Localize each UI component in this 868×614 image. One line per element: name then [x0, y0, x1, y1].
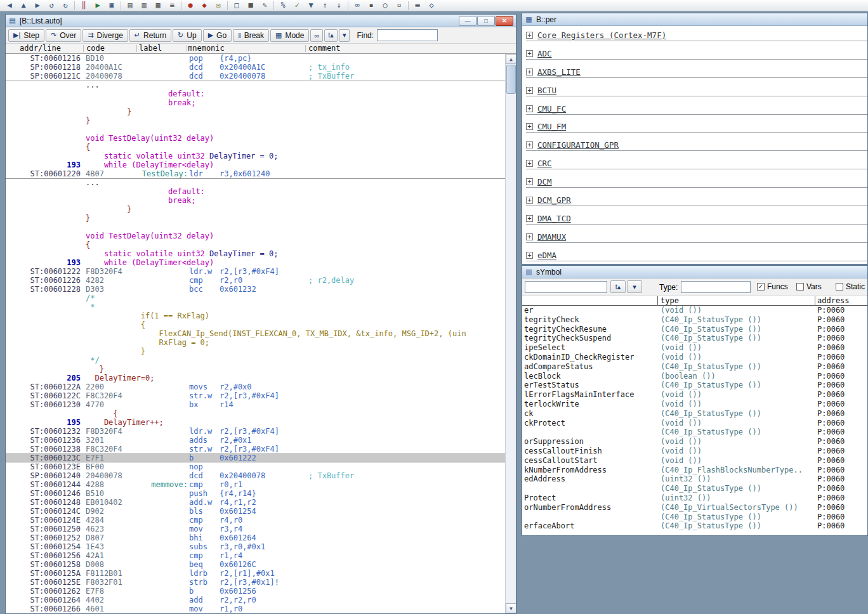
listing-row[interactable]: ST:006012304770bxr14 [6, 400, 505, 409]
per-item-label[interactable]: CMU_FC [537, 104, 566, 114]
symbol-row[interactable]: Protect(uint32 ())P:0060 [522, 493, 867, 503]
menu-icon[interactable]: ≡ [165, 0, 179, 10]
per-item[interactable]: +ADC [522, 45, 867, 63]
checkbox-vars[interactable]: Vars [796, 282, 822, 291]
source-row[interactable]: } [6, 116, 505, 125]
per-item[interactable]: +BCTU [522, 82, 867, 100]
expand-icon[interactable]: + [526, 105, 533, 112]
source-row[interactable]: RxFlag = 0; [6, 338, 505, 347]
listing-row[interactable]: ST:006012444288memmove:cmpr0,r1 [6, 480, 505, 489]
register-icon[interactable]: ▦ [151, 0, 165, 10]
up-icon[interactable]: ▲ [16, 0, 30, 10]
listing-row[interactable]: ST:00601262E7F8b0x601256 [6, 587, 505, 596]
vertical-scrollbar[interactable]: ▲ ▼ [505, 54, 516, 613]
per-item[interactable]: +eDMA [522, 247, 867, 265]
symbol-row[interactable]: (C40_Ip_StatusType ())P:0060 [522, 513, 867, 522]
listing-row[interactable]: ST:00601248EB010402add.wr4,r1,r2 [6, 498, 505, 507]
listing-row[interactable]: SP:0060121C20400078dcd0x20400078; TxBuff… [6, 72, 505, 81]
symbol-row[interactable]: lecBlock(boolean ())P:0060 [522, 372, 867, 381]
listing-row[interactable]: ST:006012204B07TestDelay:ldrr3,0x601240 [6, 169, 505, 178]
type-input[interactable] [681, 281, 751, 293]
symbol-row[interactable]: er(void ())P:0060 [522, 306, 867, 315]
blank-row[interactable] [6, 223, 505, 232]
symbol-row[interactable]: cessCalloutFinish(void ())P:0060 [522, 447, 867, 456]
source-row[interactable]: { [6, 320, 505, 329]
symbol-row[interactable]: erfaceAbort(C40_Ip_StatusType ())P:0060 [522, 521, 867, 531]
symbol-row[interactable]: (C40_Ip_StatusType ())P:0060 [522, 428, 867, 437]
checkbox-funcs[interactable]: ✓Funcs [757, 282, 788, 291]
up-button[interactable]: ↻Up [173, 29, 202, 42]
checkbox-box[interactable]: ✓ [757, 283, 765, 291]
per-item-label[interactable]: ADC [537, 49, 552, 58]
per-item-label[interactable]: DMAMUX [537, 232, 566, 242]
source-row[interactable]: static volatile uint32 DelayTimer = 0; [6, 152, 505, 160]
listing-row[interactable]: ST:00601246B510push{r4,r14} [6, 489, 505, 498]
per-item-label[interactable]: eDMA [537, 251, 556, 260]
listing-row[interactable]: SP:0060124020400078dcd0x20400078; TxBuff… [6, 471, 505, 480]
per-item[interactable]: +CONFIGURATION_GPR [522, 136, 867, 155]
step-button[interactable]: ▶|Step [8, 29, 44, 42]
listing-row[interactable]: ST:00601238F8C320F4str.wr2,[r3,#0xF4] [6, 445, 505, 454]
symbol-row[interactable]: orNumberFromAddress(C40_Ip_VirtualSector… [522, 503, 867, 513]
symbol-row[interactable]: lErrorFlagsMainInterface(void ())P:0060 [522, 390, 867, 400]
expand-icon[interactable]: + [526, 123, 533, 130]
per-item-label[interactable]: DCM_GPR [537, 195, 571, 205]
checkbox-box[interactable] [836, 283, 843, 291]
listing-row[interactable]: SP:0060121820400A1Cdcd0x20400A1C; tx_inf… [6, 63, 505, 72]
per-item[interactable]: +DCM_GPR [522, 192, 867, 210]
diamond-icon[interactable]: ◇ [424, 0, 438, 10]
listing-row[interactable]: ST:0060124CD902bls0x601254 [6, 507, 505, 516]
symbol-row[interactable]: tegrityCheckResume(C40_Ip_StatusType ())… [522, 325, 867, 334]
per-item-label[interactable]: Core Registers (Cortex-M7F) [537, 30, 666, 40]
source-row[interactable]: * [6, 303, 505, 311]
expand-icon[interactable]: + [526, 32, 533, 39]
source-row[interactable]: */ [6, 356, 505, 365]
expand-icon[interactable]: + [526, 141, 533, 148]
symbol-filter-input[interactable] [525, 281, 607, 293]
source-row[interactable]: } [6, 347, 505, 356]
stop-icon[interactable]: ■ [244, 0, 258, 10]
record-icon[interactable]: ● [183, 0, 197, 10]
symbol-row[interactable]: tegrityCheckSuspend(C40_Ip_StatusType ()… [522, 334, 867, 343]
small-box-icon[interactable]: ▫ [392, 0, 406, 10]
source-row[interactable]: 205 DelayTimer=0; [6, 374, 505, 382]
step-icon[interactable]: ▣ [105, 0, 119, 10]
source-row[interactable]: } [6, 214, 505, 223]
scroll-down-icon[interactable]: ↓ [332, 0, 346, 10]
per-item[interactable]: +CMU_FC [522, 100, 867, 119]
source-row[interactable]: default: [6, 187, 505, 196]
source-row[interactable]: static volatile uint32 DelayTimer = 0; [6, 249, 505, 258]
per-item-label[interactable]: CONFIGURATION_GPR [537, 140, 619, 150]
expand-icon[interactable]: + [526, 252, 533, 259]
listing-row[interactable]: ST:0060125AF8112B01ldrbr2,[r1],#0x1 [6, 569, 505, 578]
source-row[interactable]: /* [6, 294, 505, 303]
symbol-row[interactable]: ckDomainID_CheckRegister(void ())P:0060 [522, 353, 867, 362]
ellipsis-row[interactable]: ... [6, 81, 505, 89]
expand-icon[interactable]: + [526, 50, 533, 57]
breakpoint-icon[interactable]: ◆ [197, 0, 211, 10]
listing-row[interactable]: ST:00601252D807bhi0x601264 [6, 533, 505, 542]
pause-icon[interactable]: ‖ [77, 0, 91, 10]
per-item[interactable]: +Core Registers (Cortex-M7F) [522, 27, 867, 45]
source-row[interactable]: 193 while (DelayTimer<delay) [6, 258, 505, 267]
goto-bottom-button[interactable]: ▾ [627, 280, 642, 293]
list-icon[interactable]: ▤ [123, 0, 137, 10]
listing-row[interactable]: ST:00601258D008beq0x60126C [6, 560, 505, 569]
per-item-label[interactable]: DMA_TCD [537, 214, 571, 223]
browse-icon[interactable]: ∞ [350, 0, 364, 10]
source-row[interactable]: default: [6, 89, 505, 98]
symbol-row[interactable]: kNumberFromAddress(C40_Ip_FlashBlocksNum… [522, 466, 867, 475]
per-item-label[interactable]: AXBS_LITE [537, 67, 581, 77]
source-row[interactable]: { [6, 240, 505, 249]
listing-row[interactable]: ST:006012264282cmpr2,r0; r2,delay [6, 276, 505, 285]
source-row[interactable]: break; [6, 196, 505, 205]
symbol-row[interactable]: terlockWrite(void ())P:0060 [522, 400, 867, 409]
mode-icon[interactable]: % [276, 0, 290, 10]
symbol-row[interactable]: adCompareStatus(C40_Ip_StatusType ())P:0… [522, 362, 867, 372]
edit-icon[interactable]: ✎ [258, 0, 272, 10]
source-row[interactable]: void TestDelay(uint32 delay) [6, 232, 505, 240]
listing-row[interactable]: ST:0060123CE7F1b0x601222 [6, 454, 505, 462]
symbol-row[interactable]: tegrityCheck(C40_Ip_StatusType ())P:0060 [522, 315, 867, 325]
listing-row[interactable]: ST:00601228D303bcc0x601232 [6, 285, 505, 294]
per-item[interactable]: +DCM [522, 173, 867, 192]
